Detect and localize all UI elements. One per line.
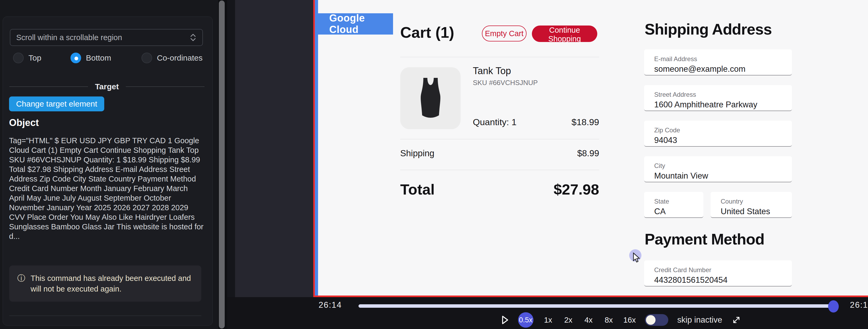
zip-field-label: Zip Code bbox=[654, 127, 680, 134]
mouse-cursor-icon bbox=[633, 253, 642, 263]
panel-divider bbox=[9, 316, 201, 316]
target-section-divider: Target bbox=[9, 82, 205, 91]
player-controls-bar: 26:14 26:15 0.5x 1x 2x 4x 8x 16x skip in… bbox=[227, 297, 868, 329]
target-section-label: Target bbox=[95, 82, 119, 91]
product-price: $18.99 bbox=[546, 117, 599, 127]
product-name: Tank Top bbox=[473, 65, 511, 76]
cart-divider-3 bbox=[400, 170, 599, 170]
replay-page: Google Cloud Cart (1) Empty Cart Continu… bbox=[315, 0, 868, 296]
radio-coordinates-label: Co-ordinates bbox=[157, 54, 203, 62]
end-time: 26:15 bbox=[850, 300, 868, 310]
continue-shopping-button[interactable]: Continue Shopping bbox=[532, 26, 597, 42]
sidebar: Scroll within a scrollable region Top Bo… bbox=[0, 0, 218, 329]
sidebar-scrollbar[interactable] bbox=[218, 0, 227, 329]
shipping-price: $8.99 bbox=[546, 148, 599, 158]
speed-4x[interactable]: 4x bbox=[583, 316, 594, 325]
site-logo[interactable]: Google Cloud bbox=[318, 13, 393, 35]
radio-coordinates[interactable]: Co-ordinates bbox=[142, 53, 203, 63]
timeline-thumb[interactable] bbox=[828, 300, 839, 312]
radio-bottom-label: Bottom bbox=[86, 54, 111, 62]
skip-inactive-toggle[interactable] bbox=[645, 314, 668, 326]
shipping-label: Shipping bbox=[400, 148, 434, 158]
cart-divider-2 bbox=[400, 139, 599, 139]
sidebar-scrollbar-thumb[interactable] bbox=[219, 1, 225, 328]
command-panel: Scroll within a scrollable region Top Bo… bbox=[3, 17, 213, 326]
shipping-address-title: Shipping Address bbox=[645, 20, 772, 38]
pane-gap bbox=[227, 0, 235, 297]
cart-divider-1 bbox=[400, 57, 599, 57]
tank-top-image bbox=[411, 76, 451, 120]
credit-card-field-label: Credit Card Number bbox=[654, 266, 711, 274]
product-sku: SKU #66VCHSJNUP bbox=[473, 79, 538, 87]
speed-16x[interactable]: 16x bbox=[623, 316, 636, 325]
speed-1x[interactable]: 1x bbox=[542, 316, 554, 325]
zip-field-value: 94043 bbox=[654, 135, 677, 145]
radio-top[interactable]: Top bbox=[13, 53, 41, 63]
radio-bottom[interactable]: Bottom bbox=[70, 53, 111, 63]
country-field-value: United States bbox=[721, 207, 770, 216]
product-image[interactable] bbox=[400, 67, 461, 129]
play-button[interactable] bbox=[501, 315, 509, 325]
info-icon: ⓘ bbox=[17, 273, 25, 294]
select-chevron-icon bbox=[190, 33, 196, 41]
country-field[interactable]: Country United States bbox=[711, 192, 792, 218]
timeline-slider[interactable] bbox=[359, 304, 838, 308]
email-field-label: E-mail Address bbox=[654, 55, 697, 63]
email-field[interactable]: E-mail Address someone@example.com bbox=[644, 50, 792, 75]
zip-field[interactable]: Zip Code 94043 bbox=[644, 121, 792, 147]
skip-inactive-label: skip inactive bbox=[677, 315, 722, 325]
scroll-position-radios: Top Bottom Co-ordinates bbox=[10, 53, 207, 65]
playback-controls: 0.5x 1x 2x 4x 8x 16x skip inactive bbox=[501, 312, 741, 328]
street-field-value: 1600 Amphitheatre Parkway bbox=[654, 100, 757, 109]
street-field-label: Street Address bbox=[654, 91, 696, 98]
speed-2x[interactable]: 2x bbox=[563, 316, 574, 325]
current-time: 26:14 bbox=[318, 300, 342, 310]
speed-0-5x[interactable]: 0.5x bbox=[518, 312, 533, 328]
state-field-label: State bbox=[654, 198, 669, 205]
element-highlight-strip bbox=[315, 0, 318, 296]
fullscreen-icon[interactable] bbox=[731, 315, 741, 325]
object-text: Tag="HTML" $ EUR USD JPY GBP TRY CAD 1 G… bbox=[9, 136, 204, 241]
app-root: Scroll within a scrollable region Top Bo… bbox=[0, 0, 868, 329]
state-field[interactable]: State CA bbox=[644, 192, 703, 218]
empty-cart-button[interactable]: Empty Cart bbox=[482, 26, 527, 41]
payment-method-title: Payment Method bbox=[645, 230, 764, 248]
radio-top-circle bbox=[13, 53, 24, 63]
radio-coordinates-circle bbox=[142, 53, 152, 63]
action-select[interactable]: Scroll within a scrollable region bbox=[10, 29, 203, 46]
total-price: $27.98 bbox=[519, 181, 599, 198]
info-message-text: This command has already been executed a… bbox=[31, 273, 193, 294]
product-quantity: Quantity: 1 bbox=[473, 117, 517, 127]
radio-top-label: Top bbox=[28, 54, 41, 62]
info-message-box: ⓘ This command has already been executed… bbox=[9, 265, 201, 302]
credit-card-field-value: 4432801561520454 bbox=[654, 275, 727, 285]
city-field-label: City bbox=[654, 162, 665, 169]
state-field-value: CA bbox=[654, 207, 665, 216]
email-field-value: someone@example.com bbox=[654, 64, 745, 74]
country-field-label: Country bbox=[721, 198, 743, 205]
action-select-value: Scroll within a scrollable region bbox=[16, 33, 122, 42]
toggle-knob bbox=[646, 315, 655, 325]
radio-bottom-circle bbox=[70, 53, 81, 63]
city-field[interactable]: City Mountain View bbox=[644, 156, 792, 182]
credit-card-field[interactable]: Credit Card Number 4432801561520454 bbox=[644, 260, 792, 287]
speed-8x[interactable]: 8x bbox=[603, 316, 614, 325]
street-field[interactable]: Street Address 1600 Amphitheatre Parkway bbox=[644, 85, 792, 111]
object-heading: Object bbox=[9, 117, 39, 128]
cart-title: Cart (1) bbox=[400, 23, 454, 41]
city-field-value: Mountain View bbox=[654, 171, 708, 181]
change-target-button[interactable]: Change target element bbox=[9, 96, 104, 111]
total-label: Total bbox=[400, 181, 435, 198]
